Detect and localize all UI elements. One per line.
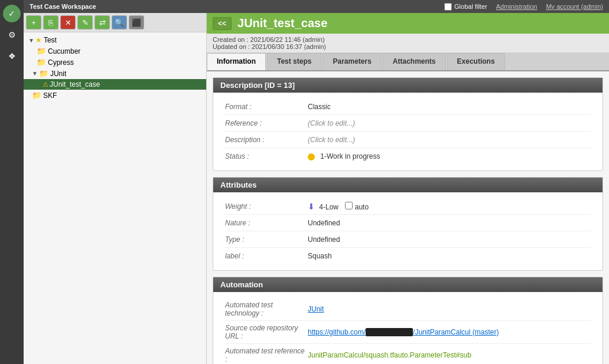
label-format: Format : (225, 103, 308, 111)
page-title: JUnit_test_case (237, 17, 327, 30)
repo-url-prefix[interactable]: https://github.com/ (308, 328, 366, 336)
value-reference[interactable]: (Click to edit...) (308, 119, 355, 127)
label-status: Status : (225, 152, 308, 160)
value-technology[interactable]: JUnit (308, 305, 324, 313)
tree-item-junit-test-case[interactable]: ⚠ JUnit_test_case (24, 79, 206, 90)
main-container: Test Case Workspace Global filter Admini… (24, 0, 609, 364)
tree-item-cucumber[interactable]: 📁 Cucumber (24, 45, 206, 57)
add-button[interactable]: + (26, 15, 41, 29)
value-type: Undefined (308, 235, 340, 244)
edit-button[interactable]: ✎ (77, 15, 93, 29)
field-row-test-ref: Automated test reference : JunitParamCal… (225, 344, 591, 364)
sidebar-icon-user[interactable]: ⚙ (3, 26, 21, 44)
tab-attachments[interactable]: Attachments (383, 53, 446, 70)
tree-item-skf[interactable]: 📁 SKF (24, 90, 206, 101)
value-weight: ⬇ 4-Low auto (308, 202, 369, 211)
tree-label-cypress: Cypress (48, 58, 74, 67)
tab-executions[interactable]: Executions (447, 53, 505, 70)
created-on: Created on : 2021/06/22 11:46 (admin) (213, 36, 603, 43)
field-row-label: label : Squash (225, 248, 591, 264)
folder-icon-skf: 📁 (32, 91, 41, 100)
label-repo-url: Source code repository URL : (225, 324, 308, 340)
field-row-technology: Automated test technology : JUnit (225, 298, 591, 321)
tree-item-test[interactable]: ▼ ★ Test (24, 35, 206, 45)
status-dot (308, 153, 315, 160)
field-row-status: Status : 1-Work in progress (225, 148, 591, 165)
attributes-section-header: Attributes (213, 178, 603, 192)
move-button[interactable]: ⇄ (95, 15, 110, 29)
updated-on: Updated on : 2021/06/30 16:37 (admin) (213, 43, 603, 50)
label-reference: Reference : (225, 119, 308, 127)
auto-checkbox[interactable] (345, 202, 353, 209)
field-row-format: Format : Classic (225, 99, 591, 115)
label-technology: Automated test technology : (225, 301, 308, 317)
my-account-link[interactable]: My account (admin) (546, 3, 603, 11)
expand-icon-junit: ▼ (32, 70, 38, 77)
top-bar-right: Global filter Administration My account … (444, 3, 603, 11)
warning-icon: ⚠ (43, 81, 48, 88)
tree-label-test: Test (44, 36, 57, 44)
field-row-nature: Nature : Undefined (225, 215, 591, 231)
top-bar: Test Case Workspace Global filter Admini… (24, 0, 609, 13)
tree-item-junit[interactable]: ▼ 📁 JUnit (24, 68, 206, 79)
app-sidebar: ✓ ⚙ ❖ (0, 0, 24, 364)
sidebar-icon-check[interactable]: ✓ (3, 5, 21, 22)
field-row-weight: Weight : ⬇ 4-Low auto (225, 198, 591, 215)
global-filter-container: Global filter (444, 3, 487, 11)
label-type: Type : (225, 235, 308, 244)
automation-section: Automation Automated test technology : J… (213, 277, 603, 364)
label-test-ref: Automated test reference : (225, 347, 308, 363)
tree-item-cypress[interactable]: 📁 Cypress (24, 57, 206, 68)
tree-label-junit: JUnit (50, 70, 66, 78)
field-row-repo-url: Source code repository URL : https://git… (225, 321, 591, 344)
tab-parameters[interactable]: Parameters (323, 53, 381, 70)
field-row-type: Type : Undefined (225, 231, 591, 248)
attributes-section: Attributes Weight : ⬇ 4-Low auto (213, 177, 603, 271)
sidebar-icon-grid[interactable]: ❖ (3, 47, 21, 65)
copy-button[interactable]: ⎘ (43, 15, 58, 29)
right-panel: << JUnit_test_case Created on : 2021/06/… (207, 13, 609, 364)
meta-info: Created on : 2021/06/22 11:46 (admin) Up… (207, 34, 609, 53)
value-format: Classic (308, 103, 331, 111)
automation-section-body: Automated test technology : JUnit Source… (213, 292, 603, 364)
value-repo-url: https://github.com//JunitParamCalcul (ma… (308, 328, 499, 337)
redacted-text (366, 328, 413, 336)
administration-link[interactable]: Administration (496, 3, 538, 11)
tabs: Information Test steps Parameters Attach… (207, 53, 609, 71)
folder-icon-cucumber: 📁 (37, 47, 46, 55)
auto-label: auto (355, 203, 369, 211)
attributes-section-body: Weight : ⬇ 4-Low auto Nature : Undefined (213, 192, 603, 270)
tree-label-cucumber: Cucumber (48, 47, 80, 55)
back-button[interactable]: << (213, 17, 232, 30)
label-description: Description : (225, 136, 308, 144)
folder-icon-junit: 📁 (39, 69, 48, 78)
label-label: label : (225, 252, 308, 260)
value-status: 1-Work in progress (308, 152, 380, 160)
tab-test-steps[interactable]: Test steps (267, 53, 321, 70)
tree-label-skf: SKF (43, 91, 57, 100)
folder-icon-cypress: 📁 (37, 58, 46, 67)
tree-toolbar: + ⎘ ✕ ✎ ⇄ 🔍 ⬛ (24, 13, 206, 32)
global-filter-label: Global filter (454, 3, 487, 10)
value-label: Squash (308, 252, 332, 260)
description-section-body: Format : Classic Reference : (Click to e… (213, 93, 603, 170)
repo-url-suffix[interactable]: /JunitParamCalcul (master) (413, 328, 499, 336)
action-button[interactable]: ⬛ (129, 15, 144, 29)
app-title: Test Case Workspace (30, 3, 96, 10)
global-filter-checkbox[interactable] (444, 3, 452, 11)
value-test-ref[interactable]: JunitParamCalcul/squash.tfauto.Parameter… (308, 351, 471, 359)
tab-information[interactable]: Information (207, 53, 266, 70)
expand-icon-test: ▼ (28, 37, 34, 44)
automation-section-header: Automation (213, 277, 603, 292)
value-description[interactable]: (Click to edit...) (308, 136, 355, 144)
content-area: + ⎘ ✕ ✎ ⇄ 🔍 ⬛ ▼ ★ Test 📁 (24, 13, 609, 364)
weight-icon: ⬇ (308, 202, 315, 211)
search-button[interactable]: 🔍 (112, 15, 127, 29)
description-section: Description [ID = 13] Format : Classic R… (213, 77, 603, 171)
label-nature: Nature : (225, 219, 308, 227)
field-row-reference[interactable]: Reference : (Click to edit...) (225, 115, 591, 132)
field-row-description[interactable]: Description : (Click to edit...) (225, 132, 591, 148)
star-icon: ★ (35, 36, 42, 44)
delete-button[interactable]: ✕ (60, 15, 76, 29)
value-nature: Undefined (308, 219, 340, 227)
